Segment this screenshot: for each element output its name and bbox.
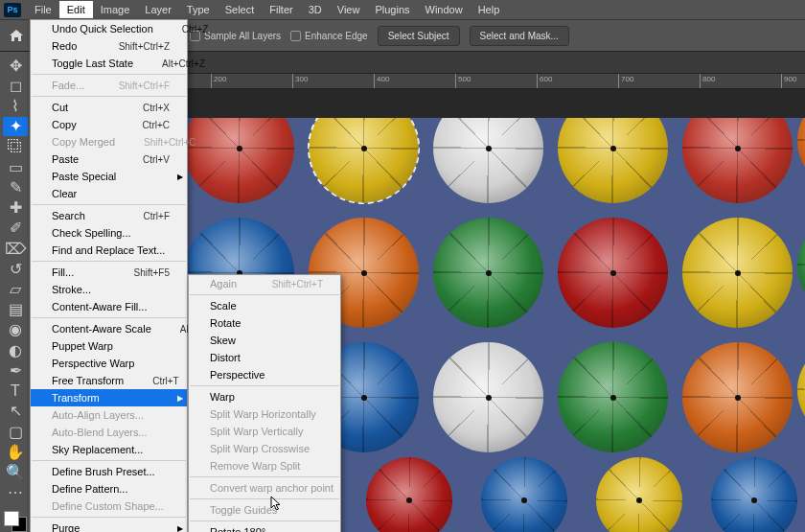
tool-gradient[interactable]: ▤ xyxy=(3,300,28,319)
umbrella xyxy=(711,457,797,532)
menu-select[interactable]: Select xyxy=(218,1,263,18)
menu-window[interactable]: Window xyxy=(418,1,471,18)
menu-item-skew[interactable]: Skew xyxy=(189,332,340,349)
menu-item-search[interactable]: SearchCtrl+F xyxy=(31,207,187,224)
menu-item-scale[interactable]: Scale xyxy=(189,297,340,314)
menu-item-paste[interactable]: PasteCtrl+V xyxy=(31,150,187,168)
menu-item-fill[interactable]: Fill...Shift+F5 xyxy=(31,264,187,281)
menu-item-convert-warp-anchor-point: Convert warp anchor point xyxy=(189,479,340,497)
umbrella xyxy=(558,218,668,328)
menu-item-remove-warp-split: Remove Warp Split xyxy=(189,457,340,474)
tool-dodge[interactable]: ◐ xyxy=(3,340,28,359)
menu-item-perspective[interactable]: Perspective xyxy=(189,366,340,383)
menu-help[interactable]: Help xyxy=(471,1,508,18)
tool-marquee[interactable]: ◻ xyxy=(3,76,28,95)
menu-item-define-custom-shape: Define Custom Shape... xyxy=(31,497,187,515)
menu-type[interactable]: Type xyxy=(179,1,218,18)
menu-item-transform[interactable]: Transform▶ xyxy=(31,389,187,406)
umbrella xyxy=(433,118,543,203)
menu-item-toggle-last-state[interactable]: Toggle Last StateAlt+Ctrl+Z xyxy=(31,55,187,72)
menu-item-define-brush-preset[interactable]: Define Brush Preset... xyxy=(31,463,187,480)
tool-lasso[interactable]: ⌇ xyxy=(3,96,28,115)
umbrella xyxy=(558,118,668,203)
menu-item-sky-replacement[interactable]: Sky Replacement... xyxy=(31,441,187,458)
menu-item-define-pattern[interactable]: Define Pattern... xyxy=(31,480,187,497)
menu-item-paste-special[interactable]: Paste Special▶ xyxy=(31,168,187,185)
menu-item-distort[interactable]: Distort xyxy=(189,349,340,366)
enhance-edge-checkbox[interactable]: Enhance Edge xyxy=(290,31,368,41)
tool-brush[interactable]: ✐ xyxy=(3,219,28,238)
tool-more[interactable]: ⋯ xyxy=(3,483,28,502)
menu-item-rotate[interactable]: Rotate xyxy=(189,314,340,332)
umbrella xyxy=(682,118,793,203)
select-subject-button[interactable]: Select Subject xyxy=(378,26,460,46)
menu-item-again: AgainShift+Ctrl+T xyxy=(189,275,340,292)
home-icon[interactable] xyxy=(6,25,27,46)
menu-item-undo-quick-selection[interactable]: Undo Quick SelectionCtrl+Z xyxy=(31,20,187,37)
menu-item-fade: Fade...Shift+Ctrl+F xyxy=(31,77,187,94)
tool-stamp[interactable]: ⌦ xyxy=(3,239,28,258)
transform-submenu: AgainShift+Ctrl+TScaleRotateSkewDistortP… xyxy=(188,274,341,532)
ruler-tick: 800 xyxy=(700,74,715,89)
ruler-tick: 300 xyxy=(292,74,308,89)
edit-menu: Undo Quick SelectionCtrl+ZRedoShift+Ctrl… xyxy=(30,19,188,532)
umbrella xyxy=(797,218,805,313)
tool-rect[interactable]: ▢ xyxy=(3,422,28,441)
menu-filter[interactable]: Filter xyxy=(262,1,300,18)
menu-item-toggle-guides: Toggle Guides xyxy=(189,501,340,519)
tool-pen[interactable]: ✒ xyxy=(3,360,28,380)
color-swatch[interactable] xyxy=(4,511,27,532)
menu-3d[interactable]: 3D xyxy=(301,1,330,18)
umbrella xyxy=(184,118,294,203)
menu-item-redo[interactable]: RedoShift+Ctrl+Z xyxy=(31,37,187,55)
menu-item-content-aware-fill[interactable]: Content-Aware Fill... xyxy=(31,298,187,315)
tool-path[interactable]: ↖ xyxy=(3,402,28,421)
tool-move[interactable]: ✥ xyxy=(3,56,28,75)
tool-crop[interactable]: ⿻ xyxy=(3,137,28,156)
menu-image[interactable]: Image xyxy=(93,1,138,18)
umbrella xyxy=(433,218,543,328)
menu-layer[interactable]: Layer xyxy=(137,1,179,18)
umbrella xyxy=(797,118,805,189)
menu-item-split-warp-vertically: Split Warp Vertically xyxy=(189,423,340,440)
menu-view[interactable]: View xyxy=(330,1,368,18)
menu-plugins[interactable]: Plugins xyxy=(367,1,417,18)
menu-item-copy[interactable]: CopyCtrl+C xyxy=(31,116,187,133)
select-and-mask-button[interactable]: Select and Mask... xyxy=(470,26,569,46)
tool-eraser[interactable]: ▱ xyxy=(3,279,28,298)
menu-item-cut[interactable]: CutCtrl+X xyxy=(31,99,187,116)
menu-item-find-and-replace-text[interactable]: Find and Replace Text... xyxy=(31,242,187,259)
app-icon: Ps xyxy=(4,3,21,17)
tool-eyedropper[interactable]: ✎ xyxy=(3,177,28,197)
menu-bar: Ps FileEditImageLayerTypeSelectFilter3DV… xyxy=(0,0,805,19)
ruler-tick: 200 xyxy=(211,74,226,89)
tool-type[interactable]: T xyxy=(3,382,28,401)
ruler-tick: 700 xyxy=(618,74,633,89)
menu-item-rotate-180[interactable]: Rotate 180° xyxy=(189,523,340,532)
umbrella xyxy=(481,457,567,532)
menu-item-clear[interactable]: Clear xyxy=(31,185,187,202)
menu-edit[interactable]: Edit xyxy=(59,1,93,18)
tool-blur[interactable]: ◉ xyxy=(3,320,28,339)
umbrella xyxy=(558,342,668,452)
menu-item-puppet-warp[interactable]: Puppet Warp xyxy=(31,337,187,355)
menu-file[interactable]: File xyxy=(27,1,59,18)
tool-heal[interactable]: ✚ xyxy=(3,198,28,218)
menu-item-perspective-warp[interactable]: Perspective Warp xyxy=(31,355,187,372)
menu-item-free-transform[interactable]: Free TransformCtrl+T xyxy=(31,372,187,389)
umbrella xyxy=(797,342,805,438)
menu-item-split-warp-crosswise: Split Warp Crosswise xyxy=(189,440,340,457)
tool-history[interactable]: ↺ xyxy=(3,259,28,278)
menu-item-warp[interactable]: Warp xyxy=(189,388,340,405)
tool-zoom[interactable]: 🔍 xyxy=(3,462,28,481)
menu-item-auto-align-layers: Auto-Align Layers... xyxy=(31,406,187,424)
umbrella xyxy=(433,342,543,452)
tool-frame[interactable]: ▭ xyxy=(3,157,28,176)
ruler-tick: 400 xyxy=(374,74,389,89)
tool-quick-select[interactable]: ✦ xyxy=(3,117,28,136)
menu-item-purge[interactable]: Purge▶ xyxy=(31,520,187,532)
tool-hand[interactable]: ✋ xyxy=(3,442,28,461)
menu-item-check-spelling[interactable]: Check Spelling... xyxy=(31,224,187,242)
menu-item-content-aware-scale[interactable]: Content-Aware ScaleAlt+Shift+Ctrl+C xyxy=(31,320,187,337)
menu-item-stroke[interactable]: Stroke... xyxy=(31,281,187,298)
